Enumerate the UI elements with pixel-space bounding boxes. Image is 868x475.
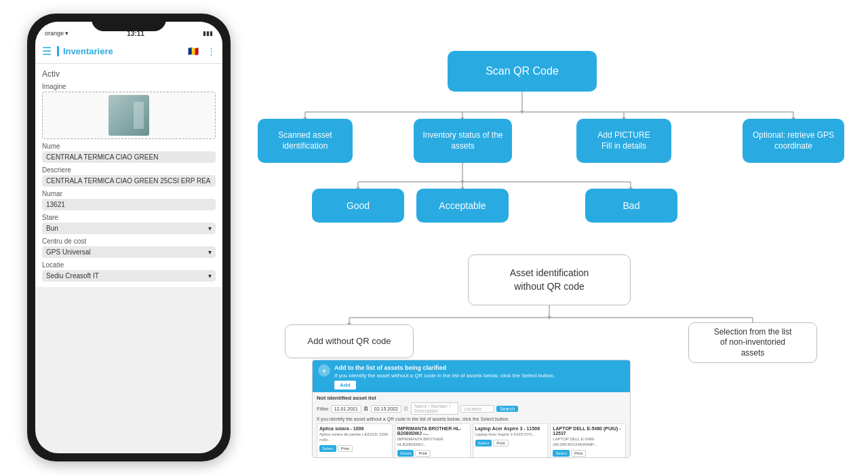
battery-icon: ▮▮▮ [203,30,213,37]
ss-asset-grid: Aplica solara - 1008 Aplica solara de pe… [317,423,626,458]
filter-label: Filter [317,406,329,412]
optional-gps-box: Optional: retrieve GPS coordinate [743,119,844,163]
inventory-status-box: Inventory status of the assets [414,119,512,163]
print-btn-3[interactable]: Print [571,450,586,457]
acceptable-box: Acceptable [416,189,509,223]
ss-asset-card-2: Laptop Acer Aspire 3 - 11508 Laptop Acer… [473,423,549,458]
field-Descriere: Descriere CENTRALA TERMICA CIAO GREEN 25… [42,166,216,187]
svg-marker-24 [547,316,551,320]
signal-icon: ▾ [65,30,68,37]
ss-note: If you identify the asset without a QR c… [317,417,626,421]
search-btn[interactable]: Search [496,406,518,412]
dropdown-arrow: ▾ [208,225,212,232]
svg-marker-20 [460,180,465,184]
field-Locatie: Locatie Sediu Creasoft IT ▾ [42,261,216,282]
bad-box: Bad [585,189,677,223]
ss-asset-card-3: LAPTOP DELL E-5480 (PUIU) - 12537 LAPTOP… [550,423,626,458]
ss-filter-row: Filter 12.01.2021 🗓 02.15.2022 🗓 Name / … [317,402,626,415]
add-picture-box: Add PICTURE Fill in details [576,119,671,163]
select-btn-3[interactable]: Select [553,450,570,457]
add-without-qr-box: Add without QR code [285,324,414,358]
phone-content: Activ Imagine Nume CENTRALA TERMICA CIAO… [35,64,222,287]
ss-asset-card-0: Aplica solara - 1008 Aplica solara de pe… [317,423,393,458]
svg-marker-15 [520,111,524,114]
field-Nume: Nume CENTRALA TERMICA CIAO GREEN [42,142,216,163]
phone-notch [92,14,166,31]
ss-add-btn[interactable]: Add [334,381,356,390]
select-btn-2[interactable]: Select [475,440,492,446]
asset-image-inner [108,95,149,136]
print-btn-0[interactable]: Print [338,445,353,452]
date-separator: 🗓 [363,406,369,412]
location-box[interactable]: Location [460,405,494,413]
asset-no-qr-box: Asset identification without QR code [468,254,631,305]
ss-header-text: Add to the list of assets being clarifie… [334,364,555,388]
search-box[interactable]: Name / Number / Description [411,402,458,415]
asset-image [42,92,216,139]
ss-plus-icon: + [318,364,330,377]
field-Centru: Centru de cost GPS Universal ▾ [42,238,216,258]
dropdown-arrow-3: ▾ [208,272,212,280]
image-label: Imagine [42,83,216,90]
flag-icon: 🇷🇴 [188,46,199,56]
section-title: Activ [42,69,216,79]
field-Numar: Numar 13621 [42,190,216,210]
phone-mockup: orange ▾ 13:11 ▮▮▮ ☰ Inventariere 🇷🇴 ⋮ A… [27,14,231,461]
carrier-text: orange [45,30,64,37]
ss-header: + Add to the list of assets being clarif… [313,360,630,392]
ss-asset-card-1: IMPRIMANTA BROTHER HL-B2080DWJ -... IMPR… [395,423,471,458]
screenshot-inner: + Add to the list of assets being clarif… [313,360,630,457]
scanned-asset-box: Scanned asset identification [258,119,353,163]
select-btn-1[interactable]: Select [397,450,414,457]
ss-body: Not identified asset list Filter 12.01.2… [313,392,630,458]
print-btn-1[interactable]: Print [415,450,430,457]
hamburger-icon[interactable]: ☰ [42,45,52,58]
nav-title: Inventariere [57,46,113,56]
settings-icon[interactable]: ⋮ [207,46,216,56]
dropdown-arrow-2: ▾ [208,248,212,256]
selection-list-box: Selection from the list of non-inventori… [688,322,817,363]
phone-outer: orange ▾ 13:11 ▮▮▮ ☰ Inventariere 🇷🇴 ⋮ A… [27,14,231,461]
screenshot-box: + Add to the list of assets being clarif… [312,360,631,458]
date-to[interactable]: 02.15.2022 [371,405,401,413]
status-right: ▮▮▮ [203,30,213,37]
ss-list-title: Not identified asset list [317,395,626,401]
scan-qr-box: Scan QR Code [448,51,597,92]
print-btn-2[interactable]: Print [493,440,508,446]
calendar-icon: 🗓 [403,406,409,412]
flowchart: Scan QR Code Scanned asset identificatio… [244,14,854,461]
good-box: Good [312,189,404,223]
phone-nav-bar: ☰ Inventariere 🇷🇴 ⋮ [35,39,222,64]
select-btn-0[interactable]: Select [319,445,336,452]
field-Stare: Stare Bun ▾ [42,214,216,234]
status-left: orange ▾ [45,30,68,37]
date-from[interactable]: 12.01.2021 [331,405,361,413]
phone-screen: orange ▾ 13:11 ▮▮▮ ☰ Inventariere 🇷🇴 ⋮ A… [35,22,222,453]
